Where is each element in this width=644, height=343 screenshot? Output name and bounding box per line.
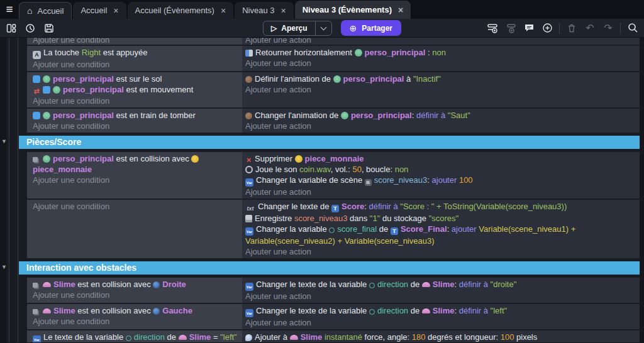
close-tab-icon[interactable]: × bbox=[279, 6, 286, 16]
add-action-link[interactable]: Ajouter une action bbox=[245, 121, 635, 131]
actions-column: Définir l'animation de perso_principal à… bbox=[242, 72, 640, 107]
text-segment: à bbox=[404, 74, 413, 84]
text-segment: définir à bbox=[459, 280, 488, 289]
tab-niveau-3-v-nements-[interactable]: Niveau 3 (Évènements)× bbox=[295, 1, 411, 19]
undo-icon[interactable]: ↶ bbox=[584, 22, 596, 35]
save-icon[interactable] bbox=[43, 22, 55, 35]
condition-line[interactable]: La touche Right est appuyée bbox=[33, 47, 237, 59]
tab-accueil[interactable]: ⌂Accueil bbox=[19, 2, 72, 19]
tIcon-icon bbox=[331, 205, 339, 212]
action-line[interactable]: Retourner horizontalement perso_principa… bbox=[245, 47, 635, 58]
action-line[interactable]: Changer le texte de la variable directio… bbox=[245, 279, 635, 291]
tab-label: Accueil bbox=[37, 6, 64, 16]
group-header[interactable]: Pièces/Score bbox=[19, 136, 640, 149]
conditions-column: Slime est en collision avec GaucheAjoute… bbox=[27, 304, 242, 329]
hamburger-menu-icon[interactable]: ≡ bbox=[0, 0, 19, 19]
indent-guide bbox=[18, 38, 18, 342]
group-header[interactable]: Interaction avec obstacles bbox=[19, 261, 640, 275]
add-comment-icon[interactable] bbox=[523, 22, 535, 35]
left-rail bbox=[0, 38, 6, 342]
condition-line[interactable]: perso_principal est sur le sol bbox=[33, 74, 237, 84]
gear-icon bbox=[369, 309, 375, 315]
add-condition-link[interactable]: Ajouter une condition bbox=[33, 38, 237, 45]
action-line[interactable]: Définir l'animation de perso_principal à… bbox=[245, 74, 635, 84]
condition-line[interactable]: Slime est en collision avec Droite bbox=[33, 279, 237, 290]
add-action-link[interactable]: Ajouter une action bbox=[245, 84, 635, 95]
action-line[interactable]: Joue le son coin.wav, vol.: 50, boucle: … bbox=[245, 164, 635, 175]
text-segment: est en collision avec bbox=[75, 306, 153, 315]
action-line[interactable]: Changer le texte de la variable directio… bbox=[245, 305, 635, 317]
close-tab-icon[interactable]: × bbox=[219, 6, 226, 16]
preview-button[interactable]: ▷ Aperçu bbox=[263, 21, 332, 36]
add-condition-link[interactable]: Ajouter une condition bbox=[33, 290, 237, 300]
action-line[interactable]: Changer la variable de scène score_nivea… bbox=[245, 175, 635, 187]
redo-icon[interactable]: ↷ bbox=[602, 22, 614, 35]
text-segment: perso_principal bbox=[365, 48, 426, 57]
text-segment: Changer le texte de la variable bbox=[256, 306, 369, 315]
slime-icon bbox=[290, 335, 298, 340]
tab-niveau-3[interactable]: Niveau 3× bbox=[235, 2, 294, 19]
tab-label: Accueil bbox=[80, 6, 107, 15]
condition-line[interactable]: Slime est en collision avec Gauche bbox=[33, 305, 237, 316]
actions-column: Ajouter à Slime instantané force, angle:… bbox=[242, 330, 640, 342]
add-action-link[interactable]: Ajouter une action bbox=[245, 317, 635, 328]
add-condition-link[interactable]: Ajouter une condition bbox=[33, 95, 237, 106]
text-segment: Slime bbox=[53, 280, 75, 289]
text-segment: : bbox=[425, 48, 432, 57]
condition-line[interactable]: perso_principal est en train de tomber bbox=[33, 110, 237, 121]
panels-icon[interactable] bbox=[5, 22, 18, 35]
add-action-link[interactable]: Ajouter une action bbox=[245, 246, 635, 257]
preview-dropdown-button[interactable] bbox=[315, 21, 331, 36]
add-circle-icon[interactable] bbox=[541, 22, 553, 35]
text-segment: score_final bbox=[337, 224, 377, 234]
add-subevent-icon[interactable] bbox=[504, 22, 517, 35]
add-action-link[interactable]: Ajouter une action bbox=[245, 187, 635, 197]
trash-icon[interactable] bbox=[565, 22, 578, 35]
home-icon: ⌂ bbox=[27, 6, 32, 16]
toolbar: ▷ Aperçu ⊕ Partager bbox=[0, 19, 644, 38]
action-line[interactable]: Changer la variable score_final de Score… bbox=[245, 224, 635, 246]
share-button[interactable]: ⊕ Partager bbox=[341, 20, 401, 36]
action-line[interactable]: Ajouter à Slime instantané force, angle:… bbox=[245, 332, 635, 342]
text-segment: dans bbox=[347, 214, 369, 223]
text-segment: ajouter bbox=[432, 175, 457, 185]
add-action-link[interactable]: Ajouter une action bbox=[245, 291, 635, 302]
condition-line[interactable]: perso_principal est en mouvement bbox=[33, 84, 237, 95]
text-segment: direction bbox=[377, 280, 408, 289]
text-segment: instantané bbox=[325, 332, 362, 342]
text-segment: non bbox=[395, 165, 409, 174]
add-condition-link[interactable]: Ajouter une condition bbox=[33, 121, 237, 131]
actions-column: Changer le texte de la variable directio… bbox=[242, 304, 640, 329]
text-segment: non bbox=[432, 48, 446, 57]
add-condition-link[interactable]: Ajouter une condition bbox=[33, 59, 237, 70]
text-segment: Enregistre bbox=[255, 214, 294, 223]
action-line[interactable]: Changer le texte de Score: définir à "Sc… bbox=[245, 201, 635, 213]
text-segment: Droite bbox=[162, 280, 186, 289]
text-segment: ajouter bbox=[452, 224, 477, 234]
moveRed-icon bbox=[33, 87, 40, 95]
add-action-link[interactable]: Ajouter une action bbox=[245, 58, 635, 68]
text-segment: Ajouter à bbox=[255, 332, 290, 342]
conditions-column: perso_principal est en collision avec pi… bbox=[27, 152, 242, 199]
tab-accueil-v-nements-[interactable]: Accueil (Évènements)× bbox=[128, 2, 234, 19]
text-segment: du stockage bbox=[380, 214, 428, 223]
add-condition-link[interactable]: Ajouter une condition bbox=[33, 201, 237, 212]
collapse-triangle-icon[interactable]: ▼ bbox=[1, 138, 7, 144]
action-line[interactable]: Enregistre score_niveau3 dans "1" du sto… bbox=[245, 213, 635, 224]
action-line[interactable]: Changer l'animation de perso_principal: … bbox=[245, 110, 635, 121]
condition-line[interactable]: perso_principal est en collision avec pi… bbox=[33, 153, 237, 175]
tab-accueil[interactable]: Accueil× bbox=[73, 2, 126, 19]
action-line[interactable]: Supprimer piece_monnaie bbox=[245, 153, 635, 164]
close-tab-icon[interactable]: × bbox=[397, 5, 403, 15]
text-segment: de bbox=[408, 280, 422, 289]
history-icon[interactable] bbox=[24, 22, 36, 35]
add-event-icon[interactable] bbox=[486, 22, 499, 35]
text-segment: de bbox=[408, 306, 422, 315]
add-condition-link[interactable]: Ajouter une condition bbox=[33, 175, 237, 185]
add-condition-link[interactable]: Ajouter une condition bbox=[33, 316, 237, 327]
condition-line[interactable]: Le texte de la variable direction de Sli… bbox=[33, 332, 237, 342]
search-icon[interactable] bbox=[626, 22, 639, 35]
close-tab-icon[interactable]: × bbox=[112, 6, 118, 16]
collapse-triangle-icon[interactable]: ▼ bbox=[1, 264, 7, 270]
add-action-link[interactable]: Ajouter une action bbox=[245, 38, 635, 45]
